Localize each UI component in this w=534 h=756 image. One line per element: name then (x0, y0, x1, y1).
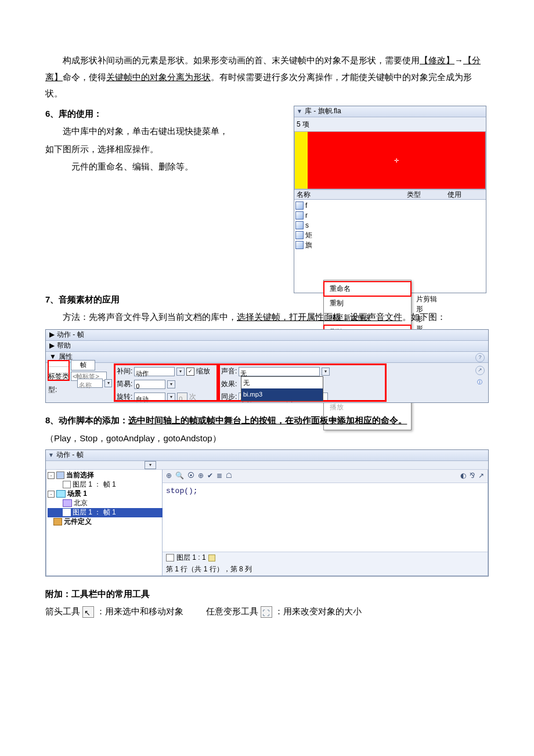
panel-tab-help[interactable]: ▶帮助 (46, 341, 488, 352)
tree-symdef-label: 元件定义 (64, 515, 92, 528)
crosshair-icon[interactable]: ⊕ (198, 469, 204, 483)
pin-row: 图层 1 : 1 (166, 553, 484, 563)
preview-red-area: ✛ (308, 132, 485, 189)
sec7-underline: 选择关键帧，打开属性面板，设置声音文件 (237, 312, 402, 322)
sound-option-bi[interactable]: bi.mp3 (241, 388, 323, 401)
ease-input[interactable]: 0 (134, 380, 165, 389)
cursor-position: 第 1 行（共 1 行），第 8 列 (166, 563, 484, 576)
actions-title-bar[interactable]: ▼ 动作 - 帧 (46, 450, 488, 461)
tween-select[interactable]: 动作 (134, 367, 175, 376)
rotate-times-input: 0 (177, 393, 187, 402)
sync-label: 同步: (221, 390, 237, 404)
symbol-icon (295, 201, 304, 210)
find-icon[interactable]: 🔍 (175, 469, 184, 483)
symbol-icon (295, 241, 304, 249)
actions-body: - 当前选择 图层 1 ： 帧 1 - 场景 1 北京 (46, 470, 488, 576)
dropdown-icon[interactable]: ▾ (167, 380, 175, 388)
dropdown-icon[interactable]: ▾ (322, 368, 330, 376)
target-icon[interactable]: ⦿ (187, 469, 194, 483)
format-icon[interactable]: ≣ (217, 469, 222, 483)
info-icon[interactable]: ⓘ (475, 379, 484, 387)
tree-layer-frame[interactable]: 图层 1 ： 帧 1 (48, 480, 161, 489)
options-icon[interactable]: ⅋ (470, 469, 475, 483)
panel-tab-properties[interactable]: ▼属性 (46, 352, 488, 363)
ease-label: 简易: (117, 377, 132, 391)
library-item-count: 5 项 (294, 117, 486, 132)
toolbar-left-icons: ⊕ 🔍 ⦿ ⊕ ✔ ≣ ☖ (166, 469, 232, 483)
intro-arrow: → (454, 55, 463, 65)
sec7-text-a: 方法：先将声音文件导入到当前文档的库中， (63, 312, 237, 322)
reference-icon[interactable]: ◐ (460, 469, 466, 483)
debug-icon[interactable]: ☖ (226, 469, 232, 483)
col-type[interactable]: 类型 (407, 188, 448, 201)
tween-group: 补间: 动作 ▾ ✓ 缩放 简易: 0 ▾ 旋转: 自动 ▾ 0 次 (116, 365, 217, 400)
code-editor[interactable]: stop(); (163, 483, 488, 552)
actions-panel: ▼ 动作 - 帧 ▾ - 当前选择 图层 1 ： 帧 1 - 场景 (45, 449, 489, 577)
arrow-tool-icon[interactable] (82, 606, 94, 618)
rotate-unit: 次 (189, 390, 196, 404)
dropdown-icon[interactable]: ▾ (176, 368, 185, 376)
actions-footer: 图层 1 : 1 第 1 行（共 1 行），第 8 列 (163, 552, 488, 575)
actions-title: 动作 - 帧 (56, 448, 84, 462)
section-8: 8、动作脚本的添加：选中时间轴上的帧或帧中舞台上的按钮，在动作面板中添加相应的命… (45, 411, 489, 577)
toolbar-right-icons: ◐ ⅋ ↗ (460, 469, 484, 483)
properties-body: 帧 标签类型: 名称 ▾ 补间: 动作 ▾ ✓ 缩放 (46, 363, 488, 402)
symbol-def-icon (53, 518, 62, 525)
intro-text-a: 构成形状补间动画的元素是形状。如果形变动画的首、末关键帧中的对象不是形状，需要使… (63, 55, 420, 65)
collapse-icon[interactable]: ▼ (48, 449, 54, 460)
panel-side-icons: ? ↗ ⓘ (475, 353, 485, 387)
sec7-line: 方法：先将声音文件导入到当前文档的库中，选择关键帧，打开属性面板，设置声音文件。… (45, 309, 489, 326)
rotate-select[interactable]: 自动 (134, 393, 165, 402)
popout-icon[interactable]: ↗ (478, 469, 484, 483)
panel-tab-actions[interactable]: ▶动作 - 帧 (46, 330, 488, 341)
row-prefix: 旗 (305, 239, 312, 252)
actions-editor: ⊕ 🔍 ⦿ ⊕ ✔ ≣ ☖ ◐ ⅋ ↗ stop(); (163, 470, 488, 575)
expand-panel-icon[interactable]: ↗ (475, 366, 485, 375)
scale-checkbox[interactable]: ✓ (186, 368, 194, 376)
tween-label: 补间: (117, 365, 132, 378)
pin-icon[interactable] (208, 555, 215, 561)
symbol-icon (295, 221, 304, 229)
frame-icon (166, 554, 174, 561)
check-icon[interactable]: ✔ (207, 469, 213, 483)
subbar-dropdown-icon[interactable]: ▾ (145, 461, 156, 469)
scene-icon (56, 490, 66, 498)
arrow-tool-label: 箭头工具 (45, 606, 80, 616)
collapse-box-icon[interactable]: - (48, 491, 55, 498)
appendix-tools-line: 箭头工具 ：用来选中和移动对象 任意变形工具 ：用来改变对象的大小 (45, 603, 489, 620)
sound-dropdown-list: 无 bi.mp3 (241, 376, 323, 402)
intro-text-b: 命令，使得 (63, 72, 106, 82)
collapse-box-icon[interactable]: - (48, 472, 55, 479)
sound-option-none[interactable]: 无 (241, 377, 323, 389)
col-use[interactable]: 使用 (448, 188, 461, 201)
sec8-title-a: 8、动作脚本的添加： (45, 415, 128, 425)
appendix-title: 附加：工具栏中的常用工具 (45, 586, 489, 603)
sound-label: 声音: (221, 365, 237, 378)
selection-icon (56, 471, 64, 479)
arrow-tool-desc: ：用来选中和移动对象 (96, 606, 183, 616)
section-6: 6、库的使用： 选中库中的对象，单击右键出现快捷菜单， 如下图所示，选择相应操作… (45, 106, 489, 291)
label-type-select[interactable]: 名称 (77, 379, 103, 388)
symbol-icon (295, 211, 304, 219)
add-icon[interactable]: ⊕ (166, 469, 172, 483)
intro-modify-link: 【修改】 (420, 55, 454, 65)
sec8-title: 8、动作脚本的添加：选中时间轴上的帧或帧中舞台上的按钮，在动作面板中添加相应的命… (45, 411, 489, 430)
collapse-icon[interactable]: ▼ (297, 106, 302, 117)
effect-label: 效果: (221, 377, 237, 391)
intro-block: 构成形状补间动画的元素是形状。如果形变动画的首、末关键帧中的对象不是形状，需要使… (45, 52, 489, 102)
help-icon[interactable]: ? (475, 353, 485, 362)
library-title-bar[interactable]: ▼ 库 - 旗帜.fla (294, 106, 486, 117)
properties-panel: ▶动作 - 帧 ▶帮助 ▼属性 帧 标签类型: 名称 ▾ (45, 329, 489, 403)
sound-select[interactable]: 无 (239, 367, 320, 376)
rotate-label: 旋转: (117, 390, 132, 404)
movieclip-icon (63, 499, 72, 507)
symbol-icon (295, 231, 304, 239)
dropdown-icon[interactable]: ▾ (104, 379, 112, 387)
frame-label: 帧 (71, 360, 95, 370)
library-columns: 名称 类型 使用 (294, 189, 486, 200)
dropdown-icon[interactable]: ▾ (167, 393, 175, 401)
free-transform-tool-icon[interactable] (261, 606, 272, 618)
col-name[interactable]: 名称 (294, 188, 407, 201)
library-title: 库 - 旗帜.fla (305, 105, 341, 118)
sec7-tail: 。如下图： (402, 312, 446, 322)
